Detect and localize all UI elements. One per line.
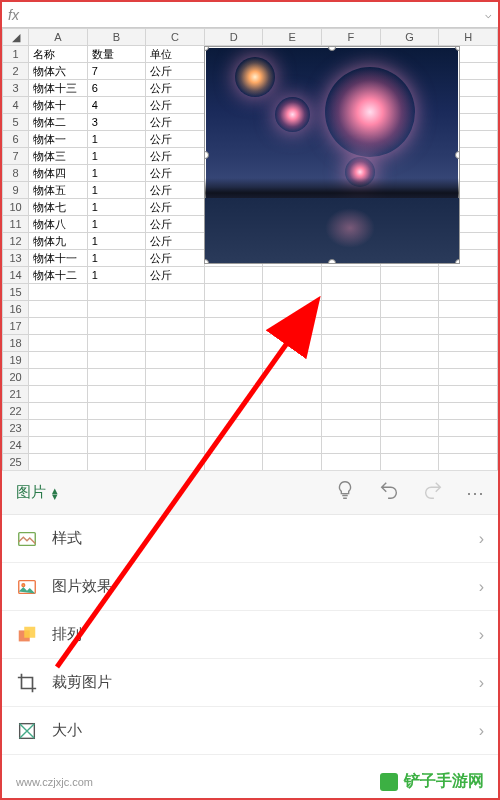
col-header[interactable]: F [322, 29, 381, 46]
row-header[interactable]: 6 [3, 131, 29, 148]
row-header[interactable]: 7 [3, 148, 29, 165]
cell[interactable] [380, 318, 439, 335]
cell[interactable] [439, 335, 498, 352]
cell[interactable] [263, 267, 322, 284]
row-header[interactable]: 19 [3, 352, 29, 369]
cell[interactable] [87, 386, 146, 403]
cell[interactable] [380, 335, 439, 352]
cell[interactable] [439, 437, 498, 454]
cell[interactable]: 名称 [29, 46, 88, 63]
cell[interactable] [29, 352, 88, 369]
cell[interactable]: 公斤 [146, 199, 205, 216]
cell[interactable] [263, 403, 322, 420]
cell[interactable] [439, 284, 498, 301]
cell[interactable]: 数量 [87, 46, 146, 63]
cell[interactable]: 1 [87, 233, 146, 250]
cell[interactable]: 物体四 [29, 165, 88, 182]
cell[interactable] [263, 437, 322, 454]
row-header[interactable]: 5 [3, 114, 29, 131]
row-header[interactable]: 4 [3, 97, 29, 114]
cell[interactable]: 1 [87, 131, 146, 148]
cell[interactable]: 公斤 [146, 267, 205, 284]
cell[interactable] [29, 284, 88, 301]
cell[interactable] [380, 386, 439, 403]
row-header[interactable]: 18 [3, 335, 29, 352]
cell[interactable] [380, 352, 439, 369]
row-header[interactable]: 23 [3, 420, 29, 437]
embedded-picture[interactable] [204, 46, 460, 264]
resize-handle[interactable] [328, 259, 336, 264]
cell[interactable]: 公斤 [146, 216, 205, 233]
cell[interactable]: 公斤 [146, 250, 205, 267]
cell[interactable] [380, 284, 439, 301]
cell[interactable] [29, 437, 88, 454]
cell[interactable]: 公斤 [146, 114, 205, 131]
cell[interactable] [322, 403, 381, 420]
row-header[interactable]: 21 [3, 386, 29, 403]
cell[interactable] [322, 301, 381, 318]
cell[interactable]: 物体十二 [29, 267, 88, 284]
cell[interactable] [87, 437, 146, 454]
cell[interactable]: 物体七 [29, 199, 88, 216]
cell[interactable] [380, 437, 439, 454]
row-header[interactable]: 11 [3, 216, 29, 233]
cell[interactable] [439, 352, 498, 369]
cell[interactable] [322, 352, 381, 369]
cell[interactable] [146, 403, 205, 420]
cell[interactable] [146, 301, 205, 318]
cell[interactable] [146, 352, 205, 369]
panel-title[interactable]: 图片 [16, 483, 46, 502]
cell[interactable] [146, 420, 205, 437]
cell[interactable] [439, 420, 498, 437]
row-header[interactable]: 12 [3, 233, 29, 250]
col-header[interactable]: C [146, 29, 205, 46]
cell[interactable]: 公斤 [146, 182, 205, 199]
cell[interactable] [87, 318, 146, 335]
row-header[interactable]: 22 [3, 403, 29, 420]
panel-item-style[interactable]: 样式› [2, 515, 498, 563]
row-header[interactable]: 15 [3, 284, 29, 301]
cell[interactable] [29, 301, 88, 318]
cell[interactable]: 公斤 [146, 131, 205, 148]
lightbulb-icon[interactable] [334, 479, 356, 506]
cell[interactable] [87, 301, 146, 318]
row-header[interactable]: 1 [3, 46, 29, 63]
cell[interactable] [204, 437, 263, 454]
cell[interactable] [204, 403, 263, 420]
cell[interactable] [380, 403, 439, 420]
col-header[interactable]: D [204, 29, 263, 46]
row-header[interactable]: 17 [3, 318, 29, 335]
cell[interactable] [204, 267, 263, 284]
row-header[interactable]: 2 [3, 63, 29, 80]
col-header[interactable]: H [439, 29, 498, 46]
cell[interactable]: 1 [87, 148, 146, 165]
cell[interactable] [29, 420, 88, 437]
cell[interactable] [263, 301, 322, 318]
cell[interactable] [87, 454, 146, 471]
row-header[interactable]: 13 [3, 250, 29, 267]
cell[interactable] [322, 267, 381, 284]
cell[interactable]: 物体十一 [29, 250, 88, 267]
cell[interactable] [380, 267, 439, 284]
cell[interactable]: 物体十三 [29, 80, 88, 97]
cell[interactable]: 7 [87, 63, 146, 80]
cell[interactable]: 物体五 [29, 182, 88, 199]
resize-handle[interactable] [455, 259, 460, 264]
panel-item-effects[interactable]: 图片效果› [2, 563, 498, 611]
cell[interactable]: 物体八 [29, 216, 88, 233]
cell[interactable]: 物体九 [29, 233, 88, 250]
cell[interactable]: 单位 [146, 46, 205, 63]
cell[interactable] [204, 318, 263, 335]
cell[interactable] [29, 403, 88, 420]
cell[interactable] [322, 284, 381, 301]
panel-item-arrange[interactable]: 排列› [2, 611, 498, 659]
cell[interactable] [263, 335, 322, 352]
cell[interactable] [146, 454, 205, 471]
row-header[interactable]: 14 [3, 267, 29, 284]
resize-handle[interactable] [204, 151, 209, 159]
cell[interactable]: 公斤 [146, 233, 205, 250]
cell[interactable] [439, 369, 498, 386]
cell[interactable] [439, 267, 498, 284]
col-header[interactable]: G [380, 29, 439, 46]
cell[interactable]: 物体十 [29, 97, 88, 114]
